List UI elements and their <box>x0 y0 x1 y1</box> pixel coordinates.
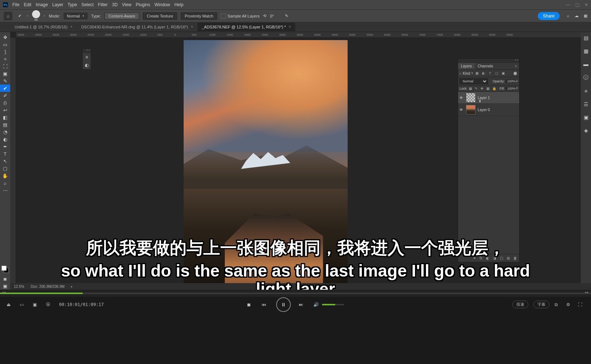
tab-ads3678[interactable]: _ADS3678.NEF @ 12.5% (Layer 1, RGB/16*) … <box>197 23 296 31</box>
caption-button[interactable]: 字幕 <box>533 301 549 308</box>
filter-adjust-icon[interactable]: ◐ <box>481 71 486 76</box>
pip-icon[interactable]: ⧉ <box>555 302 561 307</box>
dodge-tool[interactable]: ◐ <box>0 136 10 143</box>
healing-brush-icon[interactable]: ✔ <box>16 12 23 20</box>
seek-bar[interactable]: ◂◂ ▸▸ <box>0 290 591 297</box>
angle-icon[interactable]: ⟲ <box>263 13 266 18</box>
collapsed-panel[interactable]: «× ≡ ◐ <box>82 48 91 70</box>
move-tool[interactable]: ✥ <box>0 34 10 41</box>
filter-toggle-icon[interactable]: ⬤ <box>513 71 518 76</box>
sample-all-checkbox[interactable]: Sample All Layers <box>221 13 259 19</box>
layer-row[interactable]: 👁 Layer 1 ⬇ <box>458 92 519 104</box>
volume-slider[interactable] <box>322 304 344 305</box>
hand-tool[interactable]: ✋ <box>0 172 10 179</box>
type-tool[interactable]: T <box>0 150 10 157</box>
tab-channels[interactable]: Channels <box>475 63 496 69</box>
menu-select[interactable]: Select <box>81 2 93 7</box>
zoom-level[interactable]: 12.5% <box>14 285 24 289</box>
swatches-icon[interactable]: ▦ <box>584 48 588 54</box>
adjustment-layer-icon[interactable]: ◑ <box>493 256 496 260</box>
menu-type[interactable]: Type <box>67 2 77 7</box>
angle-value[interactable]: 0° <box>270 14 274 18</box>
gradient-tool[interactable]: ▤ <box>0 121 10 128</box>
content-aware-button[interactable]: Content-Aware <box>105 12 139 20</box>
filter-type-icon[interactable]: T <box>488 71 493 76</box>
lasso-tool[interactable]: ⟆ <box>0 48 10 55</box>
blur-tool[interactable]: ◔ <box>0 128 10 136</box>
filter-pixel-icon[interactable]: ▦ <box>474 71 480 76</box>
search-icon[interactable]: ⌕ <box>567 13 570 18</box>
layer-thumbnail[interactable] <box>466 105 475 114</box>
mode-select[interactable]: Normal▾ <box>64 13 87 19</box>
volume-icon[interactable]: 🔊 <box>313 302 320 307</box>
menu-view[interactable]: View <box>122 2 132 7</box>
screen-mode-icon[interactable]: ▣ <box>0 282 10 290</box>
history-icon[interactable]: ◈ <box>584 128 588 133</box>
layer-mask-icon[interactable]: ◐ <box>486 256 489 260</box>
filter-smart-icon[interactable]: ▣ <box>501 71 506 76</box>
quick-mask-icon[interactable]: ◙ <box>0 275 10 282</box>
prev-icon[interactable]: ⏮ <box>262 302 268 307</box>
filter-shape-icon[interactable]: ▢ <box>494 71 499 76</box>
fullscreen-icon[interactable]: ⛶ <box>578 302 584 307</box>
zoom-tool[interactable]: ⌕ <box>0 179 10 187</box>
menu-plugins[interactable]: Plugins <box>136 2 150 7</box>
eyedropper-tool[interactable]: ✎ <box>0 77 10 85</box>
styles-icon[interactable]: ◐ <box>83 61 91 69</box>
document-info[interactable]: Doc: 206.9M/206.9M <box>31 285 64 289</box>
shape-tool[interactable]: ▢ <box>0 165 10 172</box>
proximity-match-button[interactable]: Proximity Match <box>181 12 217 20</box>
lock-artboard-icon[interactable]: ▦ <box>486 87 491 90</box>
layer-fx-icon[interactable]: fx <box>480 256 482 260</box>
crop-tool[interactable]: ⛶ <box>0 63 10 70</box>
eject-icon[interactable]: ⏏ <box>7 302 13 307</box>
adjustments-icon[interactable]: ≡ <box>83 53 91 61</box>
menu-help[interactable]: Help <box>175 2 184 7</box>
screenshot-icon[interactable]: ▣ <box>33 302 39 307</box>
brush-tool[interactable]: ✐ <box>0 92 10 99</box>
menu-window[interactable]: Window <box>154 2 170 7</box>
panel-collapse-icon[interactable]: « <box>515 59 516 63</box>
delete-layer-icon[interactable]: 🗑 <box>513 256 517 260</box>
lock-transparency-icon[interactable]: ▦ <box>469 87 473 90</box>
tab-layers[interactable]: Layers <box>458 63 475 69</box>
fill-input[interactable] <box>505 87 516 90</box>
lock-position-icon[interactable]: ✥ <box>481 87 485 90</box>
wand-tool[interactable]: ✧ <box>0 55 10 63</box>
brush-preview[interactable] <box>32 10 40 18</box>
next-chapter-icon[interactable]: ▸▸ <box>585 290 589 294</box>
pen-tool[interactable]: ✒ <box>0 143 10 150</box>
workspace-icon[interactable]: ▦ <box>584 13 587 18</box>
group-icon[interactable]: ▢ <box>500 256 503 260</box>
window-minimize-icon[interactable]: — <box>566 2 570 7</box>
properties-icon[interactable]: ≡ <box>584 88 587 94</box>
layer-thumbnail[interactable] <box>466 93 475 102</box>
settings-icon[interactable]: ⚙ <box>566 302 573 307</box>
menu-filter[interactable]: Filter <box>98 2 108 7</box>
panel-close-icon[interactable]: × <box>517 59 518 63</box>
gradient-icon[interactable]: ▬ <box>583 61 588 67</box>
menu-edit[interactable]: Edit <box>24 2 31 7</box>
create-texture-button[interactable]: Create Texture <box>143 12 177 20</box>
menu-file[interactable]: File <box>12 2 19 7</box>
next-icon[interactable]: ⏭ <box>299 302 305 307</box>
tab-dsc00430[interactable]: DSC00430-Enhanced-NR.dng @ 11.4% (Layer … <box>77 23 197 31</box>
pressure-icon[interactable]: ✎ <box>285 13 288 18</box>
window-maximize-icon[interactable]: ▢ <box>575 2 579 7</box>
tab-close-icon[interactable]: × <box>191 25 193 29</box>
playlist-icon[interactable]: ▭ <box>20 302 26 307</box>
speed-button[interactable]: 倍速 <box>512 301 528 308</box>
eraser-tool[interactable]: ◧ <box>0 114 10 121</box>
pause-button[interactable]: ⏸ <box>276 297 291 312</box>
path-tool[interactable]: ↖ <box>0 157 10 165</box>
search-icon[interactable]: ⌕ <box>459 71 461 75</box>
tab-untitled1[interactable]: Untitled-1 @ 16.7% (RGB/16)× <box>10 23 77 31</box>
visibility-icon[interactable]: 👁 <box>459 108 464 112</box>
blend-mode-select[interactable]: Normal <box>459 78 488 84</box>
lock-all-icon[interactable]: 🔒 <box>492 87 497 90</box>
layer-row[interactable]: 👁 Layer 0 <box>458 104 519 116</box>
edit-toolbar[interactable]: ⋯ <box>0 187 10 194</box>
tab-close-icon[interactable]: × <box>70 25 73 29</box>
color-icon[interactable]: ▤ <box>584 35 588 41</box>
info-icon[interactable]: ⓘ <box>583 74 588 81</box>
